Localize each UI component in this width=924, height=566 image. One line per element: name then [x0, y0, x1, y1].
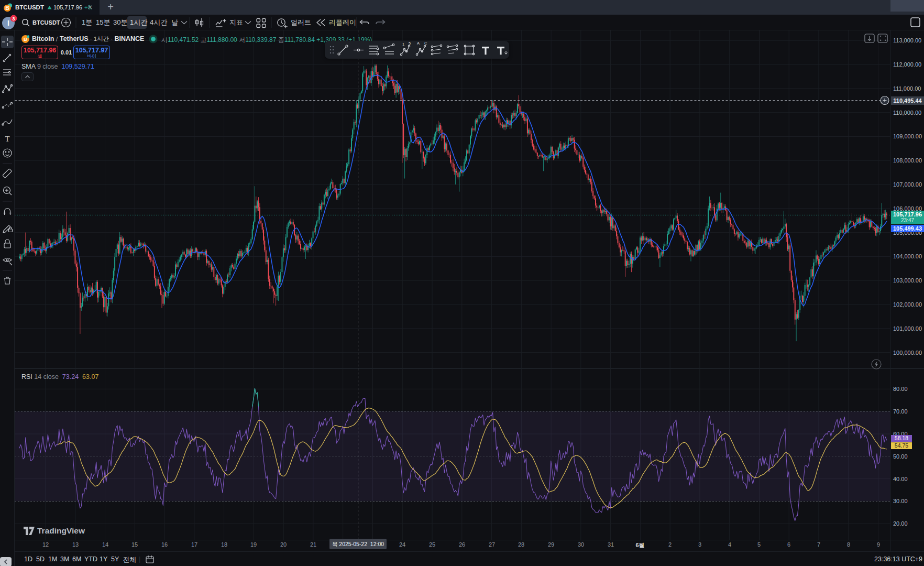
svg-text:C: C [424, 41, 427, 46]
svg-text:B: B [24, 36, 27, 42]
svg-text:1: 1 [402, 42, 404, 47]
svg-text:A: A [417, 41, 420, 46]
svg-text:5: 5 [409, 41, 411, 46]
svg-text:TradingView: TradingView [37, 526, 85, 535]
